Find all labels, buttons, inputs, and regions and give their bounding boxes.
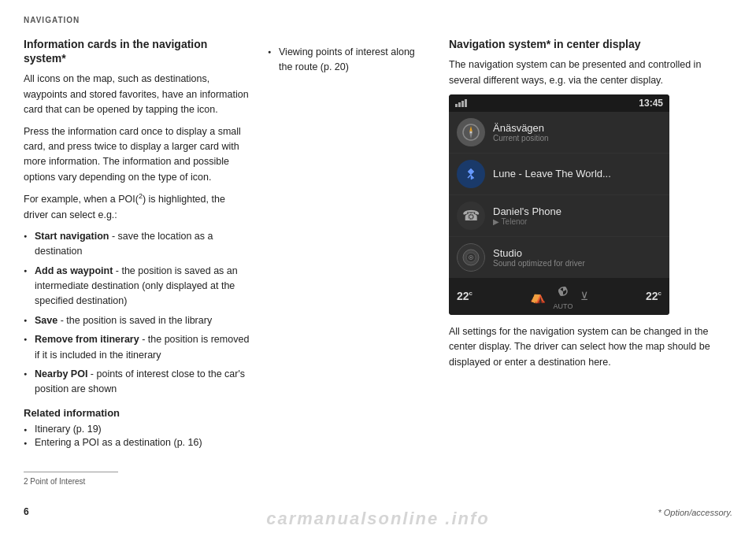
- nav-item-title: Änäsvägen: [493, 122, 662, 134]
- bullet-term: Remove from itinerary: [35, 334, 139, 345]
- nav-item-subtitle: Current position: [493, 134, 662, 143]
- signal-bar: [455, 104, 458, 107]
- bullet-term: Save: [35, 315, 57, 326]
- footer-icons: ⛺ AUTO ⊻: [530, 283, 588, 310]
- bullet-text: Viewing points of interest along the rou…: [279, 46, 415, 72]
- nav-item-4: Studio Sound optimized for driver: [449, 237, 669, 278]
- fan-icon: [552, 283, 574, 300]
- right-para2: All settings for the navigation system c…: [449, 324, 732, 370]
- list-item: Nearby POI - points of interest close to…: [24, 367, 252, 398]
- header-label: NAVIGATION: [24, 16, 80, 24]
- middle-column: Viewing points of interest along the rou…: [268, 37, 441, 494]
- middle-bullet-list: Viewing points of interest along the rou…: [268, 45, 425, 76]
- option-note: * Option/accessory.: [658, 508, 732, 517]
- nav-display: 13:45 Än: [449, 94, 669, 315]
- right-column: Navigation system* in center display The…: [441, 37, 732, 494]
- related-item: Itinerary (p. 19): [24, 424, 252, 435]
- right-section-title: Navigation system* in center display: [449, 37, 732, 51]
- related-heading: Related information: [24, 407, 252, 419]
- footnote-divider: [24, 472, 118, 472]
- list-item: Add as waypoint - the position is saved …: [24, 264, 252, 309]
- bullet-term: Start navigation: [35, 231, 109, 242]
- left-section-title: Information cards in the navigation syst…: [24, 37, 252, 65]
- auto-label-container: AUTO: [552, 283, 574, 310]
- intro-text1: For example, when a POI(: [24, 194, 139, 205]
- footnote-text: 2 Point of Interest: [24, 476, 252, 488]
- list-item: Save - the position is saved in the libr…: [24, 313, 252, 328]
- nav-display-header: 13:45: [449, 94, 669, 112]
- footer-temp-left: 22c: [457, 290, 472, 302]
- main-content: Information cards in the navigation syst…: [24, 37, 732, 494]
- list-item: Start navigation - save the location as …: [24, 229, 252, 260]
- signal-bar: [458, 102, 461, 107]
- left-para2: Press the information card once to displ…: [24, 124, 252, 186]
- seat-heat-icon: ⛺: [530, 289, 546, 304]
- page: NAVIGATION Information cards in the navi…: [0, 0, 756, 525]
- page-header: NAVIGATION: [24, 16, 732, 24]
- nav-item-3: ☎ Daniel's Phone ▶ Telenor: [449, 195, 669, 237]
- defrost-icon: ⊻: [580, 290, 588, 302]
- nav-item-title: Studio: [493, 247, 662, 259]
- signal-bar: [461, 101, 464, 107]
- bullet-list: Start navigation - save the location as …: [24, 229, 252, 398]
- watermark: carmanualsonline .info: [266, 509, 490, 529]
- nav-display-footer: 22c ⛺ AUTO ⊻: [449, 278, 669, 315]
- signal-bars: [455, 99, 467, 107]
- left-para1: All icons on the map, such as destinatio…: [24, 72, 252, 117]
- nav-item-title: Lune - Leave The World...: [493, 168, 662, 180]
- footer-auto-label: AUTO: [552, 302, 574, 310]
- nav-time: 13:45: [639, 98, 663, 109]
- nav-item-text: Studio Sound optimized for driver: [493, 247, 662, 268]
- nav-item-1: Änäsvägen Current position: [449, 112, 669, 154]
- nav-item-subtitle: Sound optimized for driver: [493, 259, 662, 268]
- list-item: Viewing points of interest along the rou…: [268, 45, 425, 76]
- footer-temp-right: 22c: [646, 290, 662, 302]
- related-info: Related information Itinerary (p. 19) En…: [24, 407, 252, 448]
- svg-line-4: [468, 175, 471, 178]
- nav-item-subtitle: ▶ Telenor: [493, 217, 662, 226]
- signal-bar: [465, 99, 467, 107]
- nav-item-2: Lune - Leave The World...: [449, 154, 669, 195]
- page-number: 6: [24, 506, 29, 517]
- related-list: Itinerary (p. 19) Entering a POI as a de…: [24, 424, 252, 448]
- bluetooth-icon: [457, 160, 485, 188]
- right-para1: The navigation system can be presented a…: [449, 57, 732, 88]
- nav-item-text: Daniel's Phone ▶ Telenor: [493, 205, 662, 226]
- bullet-text: - the position is saved in the library: [57, 315, 212, 326]
- svg-point-8: [470, 257, 472, 258]
- left-column: Information cards in the navigation syst…: [24, 37, 268, 494]
- nav-items: Änäsvägen Current position: [449, 112, 669, 278]
- related-item: Entering a POI as a destination (p. 16): [24, 437, 252, 448]
- nav-item-text: Lune - Leave The World...: [493, 168, 662, 180]
- compass-icon: [457, 118, 485, 146]
- bullet-term: Add as waypoint: [35, 265, 113, 276]
- nav-item-text: Änäsvägen Current position: [493, 122, 662, 143]
- bullet-term: Nearby POI: [35, 368, 87, 379]
- list-item: Remove from itinerary - the position is …: [24, 332, 252, 363]
- left-intro: For example, when a POI(2) is highlighte…: [24, 191, 252, 223]
- svg-point-3: [470, 131, 472, 133]
- nav-item-title: Daniel's Phone: [493, 205, 662, 217]
- phone-icon: ☎: [457, 202, 485, 230]
- speaker-icon: [457, 243, 485, 272]
